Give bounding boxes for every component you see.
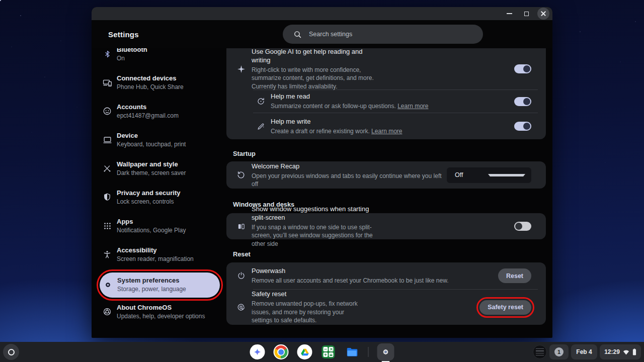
split-screen-toggle[interactable]: [514, 222, 531, 231]
welcome-recap-row: Welcome Recap Open your previous windows…: [226, 161, 546, 189]
sidebar-item-sublabel: Keyboard, touchpad, print: [117, 140, 186, 149]
learn-more-link[interactable]: Learn more: [397, 103, 428, 110]
sidebar-item-accounts[interactable]: Accounts epct41487@gmail.com: [92, 99, 223, 127]
sidebar-item-label: Apps: [117, 218, 186, 226]
sidebar-item-device[interactable]: Device Keyboard, touchpad, print: [92, 127, 223, 156]
setting-title: Safety reset: [252, 290, 366, 298]
chrome-logo-icon: [102, 307, 113, 317]
sidebar-item-label: About ChromeOS: [117, 304, 205, 312]
laptop-icon: [102, 135, 113, 145]
welcome-recap-dropdown[interactable]: Off: [447, 167, 531, 183]
startup-card: Welcome Recap Open your previous windows…: [226, 161, 546, 189]
search-bar[interactable]: [283, 25, 483, 44]
close-button[interactable]: [537, 8, 549, 20]
page-title: Settings: [108, 30, 139, 39]
setting-description: Remove all user accounts and reset your …: [252, 277, 498, 285]
sidebar-item-sublabel: On: [117, 54, 147, 63]
sidebar-item-sublabel: Screen reader, magnification: [117, 255, 194, 263]
sidebar-item-sublabel: Phone Hub, Quick Share: [117, 83, 184, 92]
shelf-app-chrome[interactable]: [274, 344, 289, 359]
launcher-button[interactable]: [3, 344, 19, 360]
shield-icon: [102, 192, 113, 202]
connected-devices-icon: [102, 77, 113, 87]
shelf-app-drive[interactable]: [297, 344, 312, 359]
google-ai-row: Use Google AI to get help reading and wr…: [226, 48, 546, 89]
setting-title: Welcome Recap: [252, 162, 447, 170]
battery-icon: [632, 348, 636, 355]
sidebar-item-connected-devices[interactable]: Connected devices Phone Hub, Quick Share: [92, 70, 223, 99]
maximize-button[interactable]: [520, 8, 532, 20]
sidebar-item-label: Accounts: [117, 103, 179, 111]
sidebar-item-sublabel: Dark theme, screen saver: [117, 169, 186, 177]
maximize-icon: [524, 12, 529, 16]
shelf: 1 Feb 4 12:29: [0, 342, 644, 362]
help-me-read-row: Help me read Summarize content or ask fo…: [226, 90, 546, 113]
sidebar-item-label: Connected devices: [117, 74, 184, 82]
google-ai-card: Use Google AI to get help reading and wr…: [226, 48, 546, 139]
sidebar-item-about-chromeos[interactable]: About ChromeOS Updates, help, developer …: [92, 299, 223, 328]
setting-title: Help me read: [271, 92, 514, 101]
shelf-app-files[interactable]: [345, 344, 360, 359]
shelf-app-settings[interactable]: [377, 343, 394, 360]
setting-description: Create a draft or refine existing work. …: [271, 127, 514, 136]
calculator-icon: [322, 345, 335, 358]
sidebar-item-sublabel: Lock screen, controls: [117, 198, 180, 206]
split-screen-row: Show window suggestions when starting sp…: [226, 213, 546, 239]
date-button[interactable]: Feb 4: [571, 344, 597, 359]
gemini-sparkle-icon: [254, 348, 262, 356]
chevron-down-icon: [488, 174, 525, 176]
avatar[interactable]: [533, 345, 547, 359]
safety-reset-icon: [235, 303, 247, 312]
close-icon: [540, 11, 546, 17]
sidebar-item-label: System preferences: [117, 277, 186, 285]
sidebar-item-privacy-security[interactable]: Privacy and security Lock screen, contro…: [92, 185, 223, 213]
help-me-write-toggle[interactable]: [514, 122, 531, 131]
sidebar-item-label: Device: [117, 132, 186, 140]
accessibility-icon: [102, 249, 113, 259]
settings-gear-icon: [381, 347, 391, 357]
safety-reset-row: Safety reset Remove unwanted pop-ups, fi…: [226, 290, 546, 325]
powerwash-reset-button[interactable]: Reset: [498, 268, 531, 283]
shelf-separator: [368, 347, 369, 357]
sidebar-item-apps[interactable]: Apps Notifications, Google Play: [92, 213, 223, 242]
sidebar-item-sublabel: Storage, power, language: [117, 285, 186, 294]
window-titlebar: [92, 7, 552, 20]
reset-card: Powerwash Remove all user accounts and r…: [226, 262, 546, 325]
setting-description: Summarize content or ask follow-up quest…: [271, 102, 514, 111]
setting-title: Help me write: [271, 117, 514, 126]
gear-icon: [102, 280, 113, 290]
help-me-read-toggle[interactable]: [514, 97, 531, 106]
shelf-app-calculator[interactable]: [321, 344, 336, 359]
shelf-app-gemini[interactable]: [250, 344, 265, 359]
google-ai-toggle[interactable]: [514, 64, 531, 73]
minimize-button[interactable]: [503, 8, 515, 20]
sidebar-item-wallpaper-style[interactable]: Wallpaper and style Dark theme, screen s…: [92, 156, 223, 185]
learn-more-link[interactable]: Learn more: [371, 128, 402, 135]
settings-content: Use Google AI to get help reading and wr…: [223, 48, 552, 338]
wifi-icon: [623, 349, 629, 355]
setting-title: Show window suggestions when starting sp…: [252, 205, 383, 222]
help-me-write-row: Help me write Create a draft or refine e…: [226, 113, 546, 139]
setting-description: If you snap a window to one side to use …: [252, 223, 383, 248]
status-tray[interactable]: 12:29: [600, 344, 641, 359]
settings-window: Settings Bluetooth On: [92, 7, 552, 338]
sidebar-item-system-preferences[interactable]: System preferences Storage, power, langu…: [100, 273, 220, 298]
clock-label: 12:29: [604, 348, 620, 355]
notification-counter[interactable]: 1: [549, 344, 569, 359]
dropdown-value: Off: [455, 171, 488, 178]
sidebar-item-label: Privacy and security: [117, 189, 180, 197]
setting-title: Powerwash: [252, 266, 498, 275]
drive-icon: [300, 348, 309, 356]
date-label: Feb 4: [576, 348, 592, 355]
search-input[interactable]: [309, 31, 460, 38]
chrome-icon: [275, 345, 288, 358]
sidebar-item-accessibility[interactable]: Accessibility Screen reader, magnificati…: [92, 242, 223, 270]
split-screen-icon: [235, 222, 247, 231]
sidebar-item-label: Wallpaper and style: [117, 160, 186, 168]
safety-reset-button[interactable]: Safety reset: [479, 300, 531, 315]
sidebar-item-bluetooth[interactable]: Bluetooth On: [92, 48, 223, 70]
windows-desks-card: Show window suggestions when starting sp…: [226, 213, 546, 239]
minimize-icon: [507, 13, 512, 14]
help-me-read-icon: [255, 97, 266, 106]
files-folder-icon: [346, 345, 359, 358]
